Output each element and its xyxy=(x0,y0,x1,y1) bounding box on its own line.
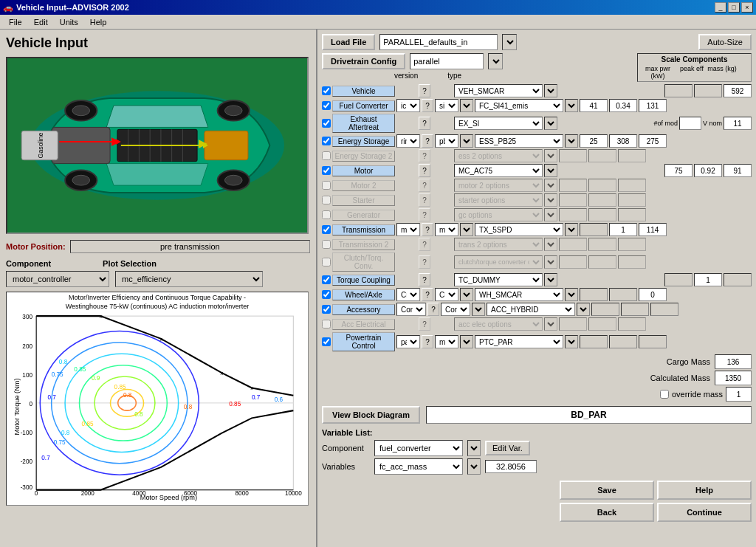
transmission-value[interactable]: TX_5SPD xyxy=(475,223,563,236)
wheel-axle-checkbox[interactable] xyxy=(322,290,331,299)
variables-dropdown[interactable]: fc_acc_mass xyxy=(374,458,463,475)
accessory-type-dd[interactable]: ▼ xyxy=(472,303,485,316)
wheel-axle-value[interactable]: WH_SMCAR xyxy=(475,288,563,301)
fuel-converter-peakeff[interactable] xyxy=(609,99,637,112)
vehicle-mass[interactable] xyxy=(724,84,752,97)
transmission-question[interactable]: ? xyxy=(422,223,433,236)
menu-help[interactable]: Help xyxy=(84,16,113,28)
accessory-type[interactable]: Const xyxy=(441,303,470,316)
vehicle-question[interactable]: ? xyxy=(419,84,430,97)
transmission-2-question[interactable]: ? xyxy=(419,238,430,251)
fuel-converter-maxpwr[interactable] xyxy=(580,99,608,112)
motor-peakeff[interactable] xyxy=(694,164,722,177)
back-button[interactable]: Back xyxy=(560,503,654,522)
fuel-converter-value-dd[interactable]: ▼ xyxy=(565,99,578,112)
energy-storage-mass[interactable] xyxy=(639,134,667,148)
load-file-dropdown[interactable]: ▼ xyxy=(502,34,517,50)
generator-question[interactable]: ? xyxy=(419,208,430,221)
view-block-diagram-button[interactable]: View Block Diagram xyxy=(322,406,420,424)
fuel-converter-mass[interactable] xyxy=(639,99,667,112)
override-mass-checkbox[interactable] xyxy=(660,390,669,399)
save-button[interactable]: Save xyxy=(560,481,654,500)
fuel-converter-version[interactable]: ic xyxy=(396,99,420,112)
torque-coupling-question[interactable]: ? xyxy=(419,273,430,286)
energy-storage-2-question[interactable]: ? xyxy=(419,149,430,162)
continue-button[interactable]: Continue xyxy=(657,503,752,522)
fuel-converter-value[interactable]: FC_SI41_emis xyxy=(475,99,563,112)
transmission-type-dd[interactable]: ▼ xyxy=(460,223,473,236)
fuel-converter-type[interactable]: si xyxy=(435,99,458,112)
starter-question[interactable]: ? xyxy=(419,193,430,207)
accessory-value[interactable]: ACC_HYBRID xyxy=(487,303,575,316)
vehicle-value-select[interactable]: VEH_SMCAR xyxy=(454,84,543,97)
component-dropdown[interactable]: motor_controller xyxy=(6,271,109,287)
wheel-axle-type[interactable]: Crr xyxy=(435,288,458,301)
motor-checkbox[interactable] xyxy=(322,166,331,175)
energy-storage-value-dd[interactable]: ▼ xyxy=(565,134,578,148)
edit-var-button[interactable]: Edit Var. xyxy=(485,441,530,455)
acc-electrical-checkbox[interactable] xyxy=(322,320,331,328)
calculated-mass-input[interactable] xyxy=(715,371,752,385)
powertrain-control-type[interactable]: man xyxy=(435,335,458,348)
accessory-value-dd[interactable]: ▼ xyxy=(577,303,590,316)
exhaust-ofmod[interactable] xyxy=(679,117,701,130)
exhaust-question[interactable]: ? xyxy=(419,117,430,130)
transmission-checkbox[interactable] xyxy=(322,225,331,234)
close-button[interactable]: × xyxy=(741,2,753,13)
energy-storage-question[interactable]: ? xyxy=(422,134,433,148)
minimize-button[interactable]: _ xyxy=(715,2,726,13)
powertrain-control-question[interactable]: ? xyxy=(422,335,433,348)
fuel-converter-type-dd[interactable]: ▼ xyxy=(460,99,473,112)
wheel-axle-version[interactable]: Crr xyxy=(396,288,420,301)
wheel-axle-type-dd[interactable]: ▼ xyxy=(460,288,473,301)
transmission-mass[interactable] xyxy=(639,223,667,236)
menu-units[interactable]: Units xyxy=(54,16,84,28)
transmission-version[interactable]: man xyxy=(396,223,420,236)
fuel-converter-question[interactable]: ? xyxy=(422,99,433,112)
energy-storage-2-checkbox[interactable] xyxy=(322,151,331,160)
exhaust-value-dd[interactable]: ▼ xyxy=(544,117,557,130)
vehicle-value-dropdown[interactable]: ▼ xyxy=(544,84,557,97)
motor-2-checkbox[interactable] xyxy=(322,181,331,190)
drivetrain-dropdown[interactable]: ▼ xyxy=(488,53,503,69)
accessory-question[interactable]: ? xyxy=(427,303,439,316)
starter-checkbox[interactable] xyxy=(322,196,331,204)
generator-checkbox[interactable] xyxy=(322,210,331,219)
wheel-axle-question[interactable]: ? xyxy=(422,288,433,301)
powertrain-control-type-dd[interactable]: ▼ xyxy=(460,335,473,348)
window-controls[interactable]: _ □ × xyxy=(715,2,753,13)
maximize-button[interactable]: □ xyxy=(728,2,740,13)
clutch-checkbox[interactable] xyxy=(322,258,331,266)
clutch-question[interactable]: ? xyxy=(419,255,430,269)
override-mass-input[interactable] xyxy=(726,387,752,402)
exhaust-checkbox[interactable] xyxy=(322,119,331,128)
menu-file[interactable]: File xyxy=(3,16,28,28)
component-var-dropdown[interactable]: fuel_converter xyxy=(374,440,463,456)
help-button[interactable]: Help xyxy=(657,481,752,500)
energy-storage-version[interactable]: rint xyxy=(396,134,420,148)
powertrain-control-value[interactable]: PTC_PAR xyxy=(475,335,563,348)
motor-maxpwr[interactable] xyxy=(664,164,693,177)
accessory-version[interactable]: Const xyxy=(396,303,426,316)
energy-storage-maxpwr[interactable] xyxy=(580,134,608,148)
transmission-peakeff[interactable] xyxy=(609,223,637,236)
menu-edit[interactable]: Edit xyxy=(28,16,54,28)
wheel-axle-mass[interactable] xyxy=(639,288,667,301)
powertrain-control-checkbox[interactable] xyxy=(322,337,331,346)
energy-storage-peakeff[interactable] xyxy=(609,134,637,148)
motor-value-dd[interactable]: ▼ xyxy=(544,164,557,177)
auto-size-button[interactable]: Auto-Size xyxy=(698,34,752,50)
energy-storage-checkbox[interactable] xyxy=(322,137,331,145)
motor-question[interactable]: ? xyxy=(419,164,430,177)
torque-coupling-checkbox[interactable] xyxy=(322,275,331,284)
torque-coupling-value[interactable]: TC_DUMMY xyxy=(454,273,543,286)
motor-mass[interactable] xyxy=(724,164,752,177)
exhaust-vnom[interactable] xyxy=(724,117,752,130)
fuel-converter-checkbox[interactable] xyxy=(322,101,331,110)
cargo-mass-input[interactable] xyxy=(715,354,752,369)
motor-2-question[interactable]: ? xyxy=(419,179,430,192)
variables-dd[interactable]: ▼ xyxy=(467,458,481,475)
transmission-value-dd[interactable]: ▼ xyxy=(565,223,578,236)
powertrain-control-version[interactable]: par xyxy=(396,335,420,348)
plot-dropdown[interactable]: mc_efficiency xyxy=(115,271,263,287)
